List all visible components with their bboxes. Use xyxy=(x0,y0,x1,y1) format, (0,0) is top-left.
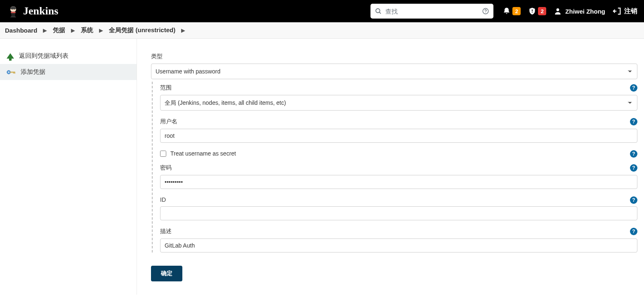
field-secret-checkbox: ? Treat username as secret xyxy=(160,150,637,157)
form-content: 类型 Username with password 范围 ? 全局 (Jenki… xyxy=(137,39,644,295)
breadcrumb-item-system[interactable]: 系统 xyxy=(81,26,93,34)
svg-point-5 xyxy=(376,9,380,13)
username-input[interactable] xyxy=(160,129,637,143)
svg-rect-9 xyxy=(532,9,533,12)
type-select[interactable]: Username with password xyxy=(151,64,637,79)
svg-rect-2 xyxy=(11,12,15,13)
chevron-right-icon: ▶ xyxy=(99,27,103,33)
svg-rect-10 xyxy=(532,12,533,13)
shield-warning-icon xyxy=(528,7,536,15)
user-name: Zhiwei Zhong xyxy=(565,8,605,15)
type-label: 类型 xyxy=(151,53,637,60)
header-right: 2 2 Zhiwei Zhong xyxy=(502,7,637,16)
warn-badge: 2 xyxy=(538,7,546,15)
svg-rect-14 xyxy=(10,71,15,72)
submit-button[interactable]: 确定 xyxy=(151,266,182,281)
sidebar-item-label: 添加凭据 xyxy=(21,68,45,76)
svg-line-6 xyxy=(380,12,381,14)
user-icon xyxy=(554,7,562,15)
logout-label: 注销 xyxy=(624,7,637,16)
help-icon[interactable]: ? xyxy=(630,196,637,204)
help-icon[interactable]: ? xyxy=(630,150,637,158)
main-layout: 返回到凭据域列表 添加凭据 类型 Username with password xyxy=(0,39,644,295)
field-scope: 范围 ? 全局 (Jenkins, nodes, items, all chil… xyxy=(160,84,637,111)
svg-point-13 xyxy=(8,71,9,73)
sidebar: 返回到凭据域列表 添加凭据 xyxy=(0,39,137,295)
arrow-up-icon xyxy=(7,53,14,59)
description-input[interactable] xyxy=(160,238,637,253)
breadcrumb: Dashboard ▶ 凭据 ▶ 系统 ▶ 全局凭据 (unrestricted… xyxy=(0,22,644,39)
help-icon[interactable]: ? xyxy=(630,118,637,125)
sidebar-item-add-credentials[interactable]: 添加凭据 xyxy=(0,64,137,80)
notifications[interactable]: 2 xyxy=(502,7,521,15)
logout-icon xyxy=(613,7,622,16)
key-icon xyxy=(7,68,16,76)
field-password: 密码 ? xyxy=(160,164,637,189)
nested-fields: 范围 ? 全局 (Jenkins, nodes, items, all chil… xyxy=(152,82,637,253)
password-input[interactable] xyxy=(160,175,637,189)
secret-checkbox[interactable] xyxy=(160,151,166,157)
field-username: 用户名 ? xyxy=(160,118,637,143)
search-icon xyxy=(375,7,382,15)
field-id: ID ? xyxy=(160,196,637,220)
warnings[interactable]: 2 xyxy=(528,7,546,15)
username-label: 用户名 xyxy=(160,118,637,125)
svg-point-3 xyxy=(12,9,12,9)
scope-select[interactable]: 全局 (Jenkins, nodes, items, all child ite… xyxy=(160,95,637,111)
chevron-right-icon: ▶ xyxy=(71,27,75,33)
brand-area[interactable]: Jenkins xyxy=(7,5,58,18)
help-icon[interactable]: ? xyxy=(630,84,637,92)
field-type: 类型 Username with password xyxy=(151,53,637,79)
svg-point-4 xyxy=(14,9,14,9)
id-label: ID xyxy=(160,196,637,203)
svg-point-11 xyxy=(557,8,559,11)
description-label: 描述 xyxy=(160,228,637,235)
chevron-right-icon: ▶ xyxy=(43,27,47,33)
chevron-right-icon: ▶ xyxy=(181,27,185,33)
brand-title: Jenkins xyxy=(23,5,58,17)
logout-link[interactable]: 注销 xyxy=(613,7,637,16)
breadcrumb-item-dashboard[interactable]: Dashboard xyxy=(5,27,37,34)
search-help-icon[interactable] xyxy=(482,7,489,15)
notif-badge: 2 xyxy=(512,7,521,15)
field-description: 描述 ? xyxy=(160,228,637,253)
svg-point-8 xyxy=(486,12,486,13)
password-label: 密码 xyxy=(160,164,637,172)
breadcrumb-item-global[interactable]: 全局凭据 (unrestricted) xyxy=(109,26,175,34)
top-header: Jenkins 2 xyxy=(0,0,644,22)
search-input[interactable] xyxy=(385,8,482,15)
help-icon[interactable]: ? xyxy=(630,228,637,235)
svg-rect-15 xyxy=(13,72,14,73)
breadcrumb-item-credentials[interactable]: 凭据 xyxy=(53,26,65,34)
id-input[interactable] xyxy=(160,206,637,220)
secret-checkbox-label: Treat username as secret xyxy=(170,150,236,157)
user-menu[interactable]: Zhiwei Zhong xyxy=(554,7,605,15)
sidebar-item-label: 返回到凭据域列表 xyxy=(19,52,68,60)
sidebar-item-back[interactable]: 返回到凭据域列表 xyxy=(0,48,137,64)
search-box[interactable] xyxy=(370,4,493,19)
scope-label: 范围 xyxy=(160,84,637,92)
svg-rect-16 xyxy=(14,72,15,73)
bell-icon xyxy=(502,7,511,15)
jenkins-logo-icon xyxy=(7,5,20,18)
help-icon[interactable]: ? xyxy=(630,164,637,172)
secret-checkbox-row[interactable]: Treat username as secret xyxy=(160,150,637,157)
